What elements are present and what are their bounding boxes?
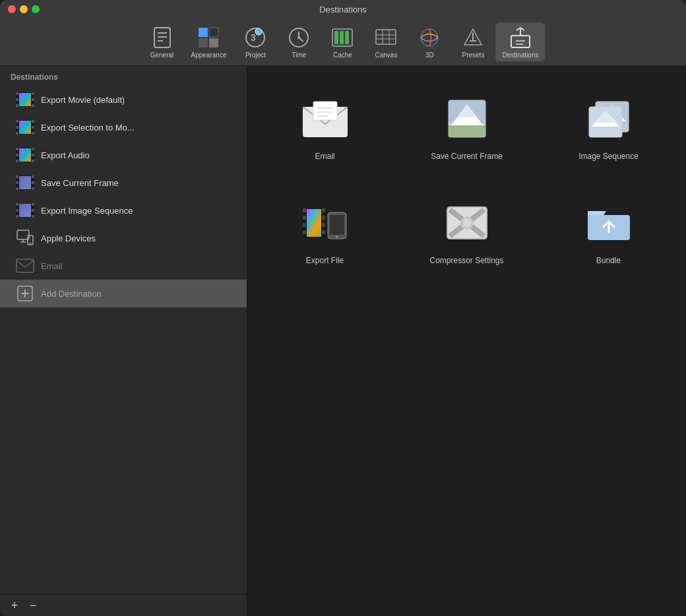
svg-rect-4 xyxy=(199,28,208,37)
destinations-icon xyxy=(508,25,533,50)
sidebar-bottom: + − xyxy=(0,594,247,616)
svg-rect-57 xyxy=(19,148,31,162)
svg-rect-6 xyxy=(199,38,208,47)
toolbar-item-time[interactable]: Time xyxy=(278,22,320,61)
svg-rect-36 xyxy=(16,98,18,101)
export-file-card-label: Export File xyxy=(306,256,344,265)
svg-rect-47 xyxy=(32,126,34,129)
svg-rect-108 xyxy=(307,209,321,237)
dest-card-save-current-frame[interactable]: Save Current Frame xyxy=(402,79,531,170)
save-frame-card-icon xyxy=(441,92,493,145)
remove-button[interactable]: − xyxy=(26,599,40,612)
compressor-card-icon xyxy=(441,197,493,249)
minimize-button[interactable] xyxy=(20,5,28,13)
toolbar-item-destinations[interactable]: Destinations xyxy=(495,22,545,61)
svg-rect-64 xyxy=(32,187,34,190)
apple-devices-label: Apple Devices xyxy=(41,233,96,243)
svg-rect-59 xyxy=(16,175,18,178)
svg-rect-68 xyxy=(16,209,18,212)
apple-device-icon xyxy=(16,229,34,247)
toolbar-item-general[interactable]: General xyxy=(141,22,183,61)
presets-label: Presets xyxy=(462,51,485,59)
sidebar-item-email[interactable]: Email xyxy=(0,252,247,280)
sidebar-item-save-frame[interactable]: Save Current Frame xyxy=(0,169,247,197)
project-label: Project xyxy=(245,51,266,59)
svg-rect-49 xyxy=(19,121,31,134)
svg-rect-63 xyxy=(32,181,34,184)
sidebar-list: Export Movie (default) xyxy=(0,86,247,594)
svg-rect-61 xyxy=(16,187,18,190)
email-dim-icon xyxy=(16,257,34,275)
svg-rect-104 xyxy=(322,208,325,212)
dest-card-image-sequence[interactable]: Image Sequence xyxy=(544,79,673,170)
close-button[interactable] xyxy=(8,5,16,13)
svg-rect-56 xyxy=(32,160,34,162)
export-file-card-icon xyxy=(299,197,352,249)
svg-rect-53 xyxy=(16,160,18,162)
svg-rect-5 xyxy=(209,28,218,37)
film-icon-export-movie xyxy=(16,90,34,109)
svg-rect-60 xyxy=(16,181,18,184)
toolbar-item-cache[interactable]: Cache xyxy=(321,22,363,61)
traffic-lights xyxy=(8,5,40,13)
toolbar-item-canvas[interactable]: Canvas xyxy=(365,22,407,61)
svg-rect-79 xyxy=(16,259,34,272)
film-icon-export-selection xyxy=(16,118,34,137)
image-sequence-card-label: Image Sequence xyxy=(578,152,639,161)
svg-rect-52 xyxy=(16,154,18,156)
destinations-label: Destinations xyxy=(502,51,538,59)
sidebar-item-export-image-seq[interactable]: Export Image Sequence xyxy=(0,197,247,224)
time-icon xyxy=(286,25,311,50)
sidebar: Destinations xyxy=(0,66,247,616)
svg-rect-107 xyxy=(322,230,325,234)
add-destination-label: Add Destination xyxy=(41,289,102,299)
svg-rect-37 xyxy=(16,104,18,107)
svg-rect-110 xyxy=(330,215,344,235)
main-content: Destinations xyxy=(0,66,686,616)
toolbar-item-appearance[interactable]: Appearance xyxy=(185,22,234,61)
dest-card-bundle[interactable]: Bundle xyxy=(544,183,673,274)
svg-text:!: ! xyxy=(257,30,259,35)
svg-point-10 xyxy=(255,28,262,35)
compressor-settings-card-label: Compressor Settings xyxy=(429,256,503,265)
email-label: Email xyxy=(41,261,63,271)
cache-icon xyxy=(330,25,355,50)
add-button[interactable]: + xyxy=(8,599,21,612)
toolbar-item-3d[interactable]: 3D xyxy=(408,22,451,61)
film-icon-export-audio xyxy=(16,146,34,164)
sidebar-item-export-audio[interactable]: Export Audio xyxy=(0,141,247,169)
toolbar-item-presets[interactable]: Presets xyxy=(452,22,494,61)
svg-rect-67 xyxy=(16,203,18,206)
dest-card-compressor-settings[interactable]: Compressor Settings xyxy=(402,183,531,274)
appearance-icon xyxy=(196,25,221,50)
svg-rect-55 xyxy=(32,154,34,156)
film-gradient-icon-save-frame xyxy=(16,173,34,192)
svg-rect-51 xyxy=(16,148,18,150)
svg-rect-30 xyxy=(511,36,530,47)
sidebar-item-apple-devices[interactable]: Apple Devices xyxy=(0,224,247,252)
film-gradient-icon-image-seq xyxy=(16,201,34,220)
project-icon: 3 ! xyxy=(243,25,268,50)
svg-rect-41 xyxy=(19,93,31,106)
maximize-button[interactable] xyxy=(32,5,40,13)
svg-text:3: 3 xyxy=(251,32,256,43)
svg-rect-101 xyxy=(303,216,306,220)
email-card-icon xyxy=(299,92,352,145)
svg-rect-45 xyxy=(16,132,18,135)
sidebar-header: Destinations xyxy=(0,66,247,86)
sidebar-item-add-destination[interactable]: Add Destination xyxy=(0,280,247,307)
svg-rect-92 xyxy=(449,125,485,137)
svg-rect-38 xyxy=(32,92,34,95)
sidebar-item-export-movie[interactable]: Export Movie (default) xyxy=(0,86,247,113)
svg-rect-17 xyxy=(334,31,338,44)
sidebar-item-export-selection[interactable]: Export Selection to Mo... xyxy=(0,113,247,141)
window-title: Destinations xyxy=(319,5,367,15)
svg-rect-100 xyxy=(303,208,306,212)
svg-rect-40 xyxy=(32,104,34,107)
svg-rect-48 xyxy=(32,132,34,135)
dest-card-email[interactable]: Email xyxy=(261,79,389,170)
main-window: Destinations General xyxy=(0,0,686,616)
svg-rect-102 xyxy=(303,223,306,227)
dest-card-export-file[interactable]: Export File xyxy=(261,183,389,274)
toolbar-item-project[interactable]: 3 ! Project xyxy=(234,22,276,61)
